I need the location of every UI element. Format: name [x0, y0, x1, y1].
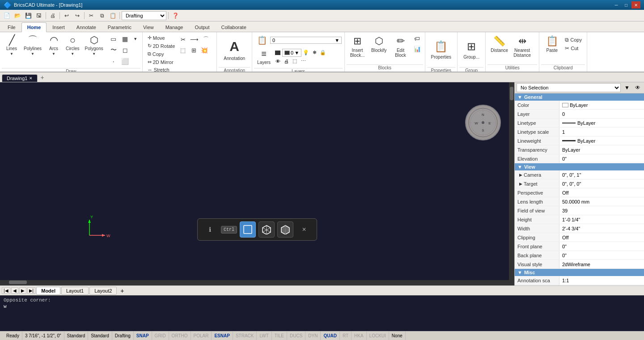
- cut-button[interactable]: ✂: [86, 11, 96, 21]
- view-section-header[interactable]: ▼ View: [515, 163, 644, 170]
- misc-section-header[interactable]: ▼ Misc: [515, 269, 644, 276]
- ducs-button[interactable]: DUCS: [287, 332, 305, 340]
- undo-button[interactable]: ↩: [62, 11, 72, 21]
- quad-button[interactable]: QUAD: [321, 332, 339, 340]
- layers-large-button[interactable]: ≡ Layers: [255, 47, 273, 66]
- doc-tab-drawing1[interactable]: Drawing1 ✕: [2, 74, 38, 82]
- layer-vp-button[interactable]: ⬚: [291, 57, 299, 65]
- prop-back-plane-value[interactable]: 0": [559, 251, 644, 259]
- model-tab[interactable]: Model: [36, 287, 60, 295]
- lockui-button[interactable]: LOCKUI: [367, 332, 389, 340]
- layer-on-button[interactable]: 💡: [302, 49, 310, 57]
- tab-view[interactable]: View: [137, 22, 160, 32]
- info-button[interactable]: ℹ: [202, 221, 218, 238]
- tab-parametric[interactable]: Parametric: [102, 22, 137, 32]
- blockify-button[interactable]: ⬡ Blockify: [369, 34, 389, 54]
- stretch-button[interactable]: ↔ Stretch: [145, 66, 178, 72]
- prop-front-plane-value[interactable]: 0": [559, 242, 644, 251]
- selection-dropdown[interactable]: No Selection: [517, 83, 621, 92]
- annotation-button[interactable]: A Annotation: [220, 34, 249, 65]
- add-layout-button[interactable]: +: [118, 286, 127, 295]
- ortho-button[interactable]: ORTHO: [169, 332, 191, 340]
- scrollbar-thumb-v[interactable]: [510, 87, 513, 100]
- prop-fov-value[interactable]: 39: [559, 206, 644, 215]
- nav-prev-button[interactable]: ◀: [11, 287, 18, 294]
- layer-visible-button[interactable]: 👁: [274, 57, 282, 65]
- workspace-select[interactable]: Drafting 3D Modeling Classic: [122, 11, 166, 20]
- prop-target-value[interactable]: 0", 0", 0": [559, 179, 644, 188]
- snap-button[interactable]: SNAP: [134, 332, 152, 340]
- paste-button[interactable]: 📋: [108, 11, 118, 21]
- block-table-button[interactable]: 📊: [412, 44, 422, 54]
- wipeout-button[interactable]: ⬜: [120, 56, 131, 66]
- prop-transparency-value[interactable]: ByLayer: [559, 145, 644, 154]
- help-button[interactable]: ❓: [170, 11, 180, 21]
- rt-button[interactable]: RT: [340, 332, 352, 340]
- canvas-horizontal-scrollbar[interactable]: [0, 280, 514, 285]
- prop-clipping-value[interactable]: Off: [559, 233, 644, 242]
- 3d-wire-button[interactable]: [258, 221, 275, 238]
- 2d-mode-button[interactable]: [240, 221, 256, 238]
- filter-button[interactable]: ▼: [623, 83, 631, 92]
- prop-height-value[interactable]: 1'-0 1/4": [559, 215, 644, 224]
- fillet-button[interactable]: ⌒: [201, 34, 211, 45]
- copy-button[interactable]: ⧉: [97, 11, 107, 21]
- cut2-button[interactable]: ✂ Cut: [563, 44, 584, 52]
- maximize-button[interactable]: □: [622, 1, 631, 8]
- canvas-vertical-scrollbar[interactable]: [509, 82, 514, 285]
- circles-button[interactable]: ○ Circles ▼: [64, 34, 82, 57]
- layout2-tab[interactable]: Layout2: [89, 287, 117, 295]
- command-input[interactable]: [4, 304, 640, 309]
- rectangle-button[interactable]: ▭: [108, 34, 119, 44]
- prop-elevation-value[interactable]: 0": [559, 154, 644, 163]
- print-button[interactable]: 🖨: [48, 11, 58, 21]
- layer-more-button[interactable]: ⋯: [299, 57, 307, 65]
- paste-button[interactable]: 📋 Paste: [542, 34, 562, 54]
- layer-print-button[interactable]: 🖨: [282, 57, 290, 65]
- strack-button[interactable]: STRACK: [233, 332, 257, 340]
- insert-block-button[interactable]: ⊞ InsertBlock...: [347, 34, 367, 59]
- tile-button[interactable]: TILE: [272, 332, 287, 340]
- copy-modify-button[interactable]: ⧉ Copy: [145, 50, 178, 58]
- polygons-button[interactable]: ⬡ Polygons ▼: [83, 34, 106, 57]
- color-swatch-button[interactable]: [274, 49, 282, 57]
- close-button[interactable]: ✕: [631, 1, 640, 8]
- prop-annotation-scale-value[interactable]: 1:1: [559, 276, 644, 285]
- polylines-button[interactable]: ⌒ Polylines ▼: [21, 34, 44, 57]
- clipboard-copy-button[interactable]: ⧉ Copy: [563, 36, 584, 44]
- distance-button[interactable]: 📏 Distance: [488, 34, 510, 54]
- save-as-button[interactable]: 🖫: [34, 11, 44, 21]
- tab-output[interactable]: Output: [189, 22, 215, 32]
- mirror2d-button[interactable]: ⇔ 2D Mirror: [145, 58, 178, 66]
- save-button[interactable]: 💾: [23, 11, 33, 21]
- trim-button[interactable]: ✂: [178, 34, 188, 45]
- general-section-header[interactable]: ▼ General: [515, 94, 644, 101]
- prop-linetype-value[interactable]: ByLayer: [559, 119, 644, 127]
- point-button[interactable]: ·: [108, 56, 119, 66]
- prop-color-value[interactable]: ByLayer: [559, 101, 644, 109]
- tab-manage[interactable]: Manage: [160, 22, 189, 32]
- layout1-tab[interactable]: Layout1: [61, 287, 89, 295]
- target-expand-icon[interactable]: ▶: [517, 181, 524, 187]
- lines-button[interactable]: ╱ Lines ▼: [3, 34, 21, 57]
- more-draw[interactable]: ▼: [131, 34, 140, 44]
- camera-expand-icon[interactable]: ▶: [517, 172, 524, 178]
- edit-block-button[interactable]: ✏ EditBlock: [391, 34, 411, 59]
- new-button[interactable]: 📄: [2, 11, 12, 21]
- doc-tab-add[interactable]: +: [38, 73, 47, 82]
- prop-visual-style-value[interactable]: 2dWireframe: [559, 260, 644, 268]
- prop-perspective-value[interactable]: Off: [559, 188, 644, 197]
- dyn-button[interactable]: DYN: [305, 332, 321, 340]
- prop-lineweight-value[interactable]: ByLayer: [559, 136, 644, 145]
- region-button[interactable]: ◻: [120, 45, 131, 55]
- color-value-display[interactable]: 0 ▼: [282, 49, 301, 57]
- drawing-canvas[interactable]: N S W E Y W ℹ Ctrl: [0, 82, 514, 285]
- prop-width-value[interactable]: 2'-4 3/4": [559, 224, 644, 233]
- visibility-toggle[interactable]: 👁: [633, 83, 642, 92]
- tab-file[interactable]: File: [2, 22, 21, 32]
- tab-collaborate[interactable]: Collaborate: [216, 22, 252, 32]
- standard2-display[interactable]: Standard: [88, 332, 112, 340]
- polar-button[interactable]: POLAR: [191, 332, 212, 340]
- standard1-display[interactable]: Standard: [64, 332, 89, 340]
- offset-button[interactable]: ⬚: [178, 46, 188, 55]
